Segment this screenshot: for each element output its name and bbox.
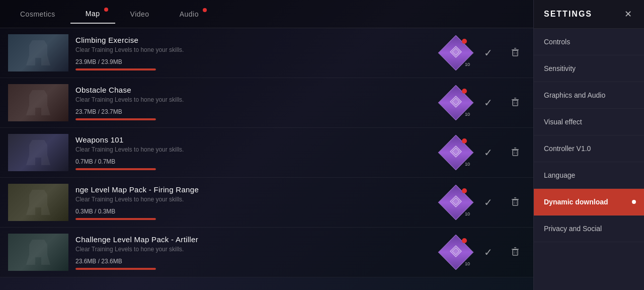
svg-rect-9 xyxy=(513,100,518,106)
sidebar-item-controller[interactable]: Controller V1.0 xyxy=(534,135,644,162)
sidebar-item-graphics-audio[interactable]: Graphics and Audio xyxy=(534,82,644,109)
delete-button[interactable] xyxy=(505,196,525,209)
trash-icon xyxy=(510,46,521,57)
badge-inner xyxy=(449,95,463,111)
check-icon: ✓ xyxy=(478,196,498,208)
badge-inner xyxy=(449,244,463,260)
badge-number: 10 xyxy=(465,112,470,117)
item-badge: 10 xyxy=(441,137,471,168)
thumbnail-shape xyxy=(8,234,68,271)
tab-bar: CosmeticsMapVideoAudio xyxy=(0,0,533,28)
item-thumbnail xyxy=(8,134,68,171)
sidebar-item-language[interactable]: Language xyxy=(534,162,644,189)
sidebar-item-sensitivity[interactable]: Sensitivity xyxy=(534,55,644,82)
sidebar-item-visual-effect[interactable]: Visual effect xyxy=(534,109,644,135)
item-info: Weapons 101Clear Training Levels to hone… xyxy=(75,135,434,170)
svg-rect-30 xyxy=(513,250,518,255)
item-thumbnail xyxy=(8,84,68,121)
trash-icon xyxy=(510,96,521,107)
item-info: Challenge Level Map Pack - ArtillerClear… xyxy=(75,235,434,270)
item-size: 0.3MB / 0.3MB xyxy=(75,208,434,215)
item-name: Climbing Exercise xyxy=(75,36,434,44)
sidebar-item-privacy-social[interactable]: Privacy and Social xyxy=(534,215,644,242)
item-badge: 10 xyxy=(441,38,471,68)
progress-bar xyxy=(75,68,156,70)
item-description: Clear Training Levels to hone your skill… xyxy=(75,246,434,253)
item-thumbnail xyxy=(8,184,68,221)
delete-button[interactable] xyxy=(505,46,525,60)
tab-cosmetics[interactable]: Cosmetics xyxy=(5,5,70,23)
item-size: 0.7MB / 0.7MB xyxy=(75,158,434,165)
item-badge: 10 xyxy=(441,237,471,267)
item-size: 23.7MB / 23.7MB xyxy=(75,108,434,115)
badge-diamond-icon xyxy=(449,194,463,208)
notification-dot xyxy=(104,8,108,12)
badge-number: 10 xyxy=(465,261,470,266)
progress-bar xyxy=(75,218,156,220)
sidebar-nav: ControlsSensitivityGraphics and AudioVis… xyxy=(534,29,644,290)
tab-video[interactable]: Video xyxy=(115,5,165,23)
badge-number: 10 xyxy=(465,211,470,216)
check-icon: ✓ xyxy=(478,97,498,109)
badge-diamond-icon xyxy=(449,144,463,159)
item-info: Obstacle ChaseClear Training Levels to h… xyxy=(75,86,434,120)
item-description: Clear Training Levels to hone your skill… xyxy=(75,146,434,153)
thumbnail-shape xyxy=(8,34,68,71)
sidebar-header: SETTINGS ✕ xyxy=(534,0,644,29)
nav-notification-dot xyxy=(632,200,636,204)
item-thumbnail xyxy=(8,234,68,271)
main-content: CosmeticsMapVideoAudio Climbing Exercise… xyxy=(0,0,533,290)
check-icon: ✓ xyxy=(478,147,498,159)
progress-fill xyxy=(75,218,156,220)
list-item: Challenge Level Map Pack - ArtillerClear… xyxy=(0,228,533,277)
delete-button[interactable] xyxy=(505,146,525,160)
sidebar-item-controls[interactable]: Controls xyxy=(534,29,644,55)
badge-notification-dot xyxy=(462,238,467,243)
trash-icon xyxy=(510,196,521,207)
badge-number: 10 xyxy=(465,62,470,67)
item-thumbnail xyxy=(8,34,68,71)
notification-dot xyxy=(203,8,207,12)
close-button[interactable]: ✕ xyxy=(622,8,634,20)
tab-audio[interactable]: Audio xyxy=(165,5,214,23)
progress-bar xyxy=(75,168,156,170)
tab-map[interactable]: Map xyxy=(70,5,115,24)
item-name: Challenge Level Map Pack - Artiller xyxy=(75,235,434,244)
item-info: Climbing ExerciseClear Training Levels t… xyxy=(75,36,434,70)
progress-fill xyxy=(75,68,156,70)
badge-inner xyxy=(449,144,463,161)
progress-fill xyxy=(75,268,156,270)
item-badge: 10 xyxy=(441,88,471,118)
thumbnail-shape xyxy=(8,134,68,171)
badge-notification-dot xyxy=(462,138,467,143)
content-list: Climbing ExerciseClear Training Levels t… xyxy=(0,28,533,290)
thumbnail-shape xyxy=(8,84,68,121)
delete-button[interactable] xyxy=(505,246,525,259)
svg-rect-23 xyxy=(513,200,518,205)
progress-bar xyxy=(75,268,156,270)
sidebar-item-dynamic-download[interactable]: Dynamic download xyxy=(534,189,644,215)
badge-notification-dot xyxy=(462,188,467,193)
svg-rect-2 xyxy=(513,50,518,56)
item-description: Clear Training Levels to hone your skill… xyxy=(75,46,434,53)
sidebar-title: SETTINGS xyxy=(544,10,592,19)
list-item: nge Level Map Pack - Firing RangeClear T… xyxy=(0,178,533,228)
check-icon: ✓ xyxy=(478,47,498,59)
sidebar: SETTINGS ✕ ControlsSensitivityGraphics a… xyxy=(533,0,644,290)
item-description: Clear Training Levels to hone your skill… xyxy=(75,96,434,103)
item-name: Weapons 101 xyxy=(75,135,434,144)
badge-notification-dot xyxy=(462,39,467,44)
progress-fill xyxy=(75,118,156,120)
list-item: Climbing ExerciseClear Training Levels t… xyxy=(0,28,533,78)
delete-button[interactable] xyxy=(505,96,525,110)
badge-diamond-icon xyxy=(449,45,463,59)
item-description: Clear Training Levels to hone your skill… xyxy=(75,196,434,203)
badge-number: 10 xyxy=(465,162,470,167)
item-badge: 10 xyxy=(441,187,471,218)
check-icon: ✓ xyxy=(478,246,498,258)
thumbnail-shape xyxy=(8,184,68,221)
progress-fill xyxy=(75,168,156,170)
item-size: 23.6MB / 23.6MB xyxy=(75,258,434,265)
list-item: Obstacle ChaseClear Training Levels to h… xyxy=(0,78,533,128)
progress-bar xyxy=(75,118,156,120)
